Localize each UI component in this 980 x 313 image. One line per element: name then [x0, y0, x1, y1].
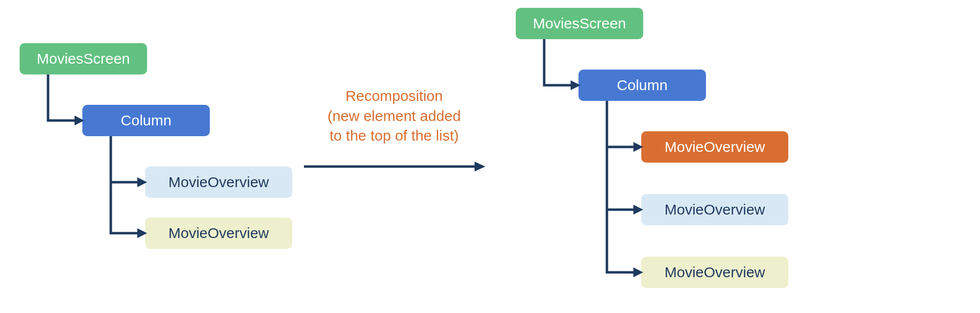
svg-marker-7: [633, 142, 643, 152]
right-column-to-children-arrows: [0, 0, 735, 313]
svg-marker-8: [633, 205, 643, 215]
svg-marker-6: [633, 267, 643, 277]
